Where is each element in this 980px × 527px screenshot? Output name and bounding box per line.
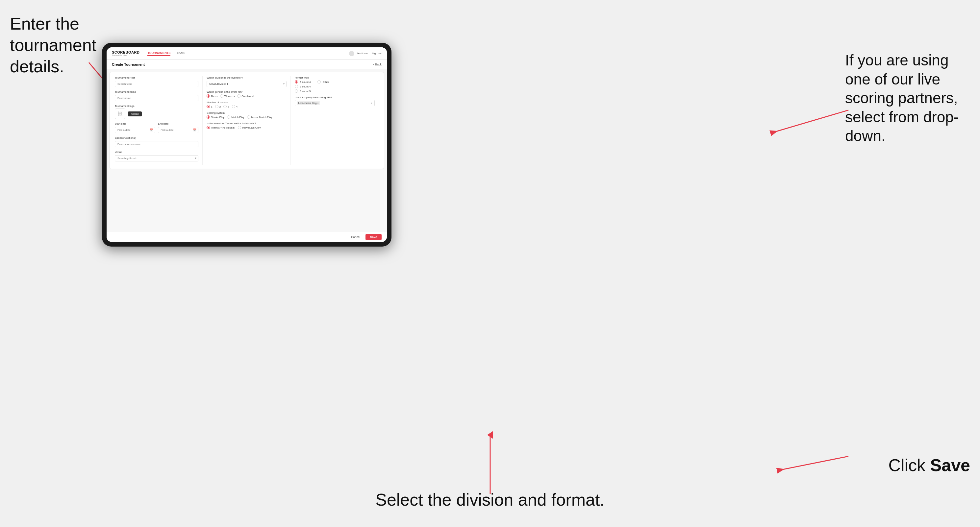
teams-plus-individuals[interactable]: Teams (+Individuals)	[207, 126, 235, 129]
format-6count4-radio[interactable]	[295, 85, 298, 88]
format-6count4-label: 6 count 4	[300, 85, 311, 88]
nav-tournaments[interactable]: TOURNAMENTS	[147, 51, 170, 56]
teams-label-option: Teams (+Individuals)	[211, 126, 235, 129]
annotation-bottom-right: Click Save	[888, 455, 970, 476]
scoring-medal[interactable]: Medal Match Play	[247, 115, 272, 119]
tablet-device: SCOREBOARD Powered by clippi TOURNAMENTS…	[102, 43, 391, 246]
rounds-4-label: 4	[236, 105, 237, 108]
live-scoring-input[interactable]: Leaderboard King × ▾	[295, 100, 375, 106]
division-group: Which division is the event for? NCAA Di…	[207, 76, 286, 87]
cancel-button[interactable]: Cancel	[348, 234, 363, 240]
logo-placeholder: 🖼	[115, 108, 125, 119]
scoring-stroke[interactable]: Stroke Play	[207, 115, 224, 119]
form-footer: Cancel Save	[107, 232, 387, 242]
rounds-4-radio[interactable]	[232, 105, 235, 108]
user-avatar	[349, 51, 354, 56]
arrow-bottom-center	[484, 432, 497, 497]
scoring-medal-radio[interactable]	[247, 115, 250, 119]
live-scoring-tag-close[interactable]: ×	[317, 102, 319, 105]
logo-group: Tournament logo 🖼 Upload	[115, 105, 198, 119]
user-label: Test User |	[357, 52, 369, 55]
gender-mens[interactable]: Mens	[207, 94, 218, 98]
venue-input[interactable]	[115, 155, 198, 162]
rounds-label: Number of rounds	[207, 101, 286, 104]
format-options-right: Other	[317, 80, 329, 93]
gender-womens-radio[interactable]	[220, 94, 223, 98]
format-6count5-label: 6 count 5	[300, 90, 311, 93]
scoring-stroke-radio[interactable]	[207, 115, 210, 119]
host-input[interactable]	[115, 81, 198, 87]
sponsor-input[interactable]	[115, 141, 198, 147]
scoring-match-radio[interactable]	[227, 115, 230, 119]
logo-label: Tournament logo	[115, 105, 198, 108]
gender-radio-group: Mens Womens Combined	[207, 94, 286, 98]
form-col-2: Which division is the event for? NCAA Di…	[203, 76, 291, 165]
navbar: SCOREBOARD Powered by clippi TOURNAMENTS…	[107, 48, 387, 60]
image-icon: 🖼	[118, 111, 123, 116]
rounds-4[interactable]: 4	[232, 105, 237, 108]
gender-combined[interactable]: Combined	[237, 94, 253, 98]
date-row: Start date 📅 End date 📅	[115, 122, 198, 133]
arrow-right-scoring	[740, 51, 852, 137]
svg-line-4	[776, 110, 848, 132]
rounds-1-radio[interactable]	[207, 105, 210, 108]
individuals-radio[interactable]	[238, 126, 241, 129]
format-other-radio[interactable]	[317, 80, 321, 84]
upload-button[interactable]: Upload	[128, 111, 142, 116]
rounds-2[interactable]: 2	[215, 105, 221, 108]
form-col-1: Tournament Host Tournament name Tourname…	[115, 76, 203, 165]
rounds-3-label: 3	[228, 105, 229, 108]
rounds-2-radio[interactable]	[215, 105, 218, 108]
rounds-3[interactable]: 3	[223, 105, 229, 108]
start-date-input[interactable]	[115, 127, 155, 133]
teams-radio[interactable]	[207, 126, 210, 129]
page-title: Create Tournament	[112, 62, 145, 67]
live-scoring-tag-text: Leaderboard King	[298, 102, 317, 104]
scoring-match[interactable]: Match Play	[227, 115, 244, 119]
live-scoring-chevron: ▾	[371, 102, 372, 105]
rounds-group: Number of rounds 1 2	[207, 101, 286, 108]
live-scoring-tag: Leaderboard King ×	[297, 101, 320, 105]
back-button[interactable]: ‹ Back	[373, 63, 382, 66]
rounds-3-radio[interactable]	[223, 105, 227, 108]
venue-chevron-icon: ▾	[195, 157, 196, 159]
scoring-radio-group: Stroke Play Match Play Medal Match Play	[207, 115, 286, 119]
rounds-1[interactable]: 1	[207, 105, 212, 108]
name-group: Tournament name	[115, 90, 198, 101]
scoring-match-label: Match Play	[231, 116, 244, 119]
teams-label: Is this event for Teams and/or Individua…	[207, 122, 286, 125]
division-label: Which division is the event for?	[207, 76, 286, 79]
gender-combined-radio[interactable]	[237, 94, 240, 98]
gender-label: Which gender is the event for?	[207, 90, 286, 94]
gender-mens-radio[interactable]	[207, 94, 210, 98]
format-layout: 5 count 4 6 count 4 6 count 5	[295, 80, 375, 93]
scoring-group: Scoring system Stroke Play Match Play	[207, 111, 286, 119]
brand-title: SCOREBOARD	[112, 51, 140, 54]
division-select[interactable]: NCAA Division I	[207, 81, 286, 87]
format-5count4[interactable]: 5 count 4	[295, 80, 311, 84]
individuals-only[interactable]: Individuals Only	[238, 126, 261, 129]
end-date-wrapper: 📅	[158, 126, 198, 133]
scoring-stroke-label: Stroke Play	[211, 116, 224, 119]
format-6count5-radio[interactable]	[295, 89, 298, 93]
calendar-icon-end: 📅	[193, 128, 196, 131]
format-other[interactable]: Other	[317, 80, 329, 84]
gender-womens[interactable]: Womens	[220, 94, 235, 98]
format-label: Format type	[295, 76, 375, 79]
name-input[interactable]	[115, 95, 198, 101]
teams-group: Is this event for Teams and/or Individua…	[207, 122, 286, 129]
signout-link[interactable]: Sign out	[372, 52, 382, 55]
end-date-input[interactable]	[158, 127, 198, 133]
rounds-radio-group: 1 2 3 4	[207, 105, 286, 108]
venue-group: Venue ▾	[115, 151, 198, 162]
annotation-top-left: Enter the tournament details.	[10, 13, 102, 77]
format-group: Format type 5 count 4 6 count 4	[295, 76, 375, 93]
format-6count4[interactable]: 6 count 4	[295, 85, 311, 88]
format-6count5[interactable]: 6 count 5	[295, 89, 311, 93]
format-5count4-radio[interactable]	[295, 80, 298, 84]
nav-teams[interactable]: TEAMS	[175, 51, 185, 56]
annotation-top-right: If you are using one of our live scoring…	[845, 51, 970, 146]
dates-group: Start date 📅 End date 📅	[115, 122, 198, 133]
save-button[interactable]: Save	[366, 234, 382, 240]
arrow-bottom-right-save	[773, 437, 852, 476]
